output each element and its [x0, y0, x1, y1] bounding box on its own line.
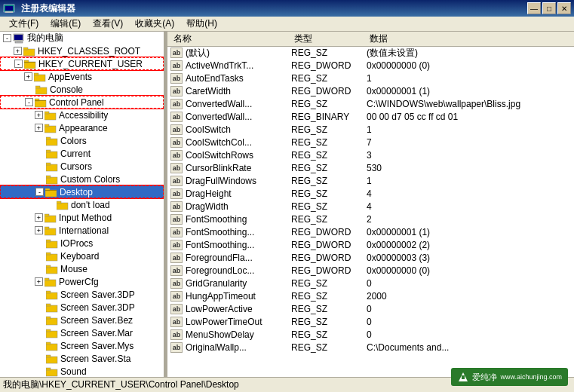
tree-item-desktop[interactable]: - Desktop: [0, 185, 164, 198]
table-row[interactable]: abCaretWidthREG_DWORD0x00000001 (1): [167, 85, 574, 98]
expand-icon[interactable]: +: [35, 213, 43, 222]
table-row[interactable]: abGridGranularityREG_SZ0: [167, 277, 574, 290]
expand-icon[interactable]: +: [35, 124, 43, 132]
folder-icon: [46, 161, 58, 172]
table-row[interactable]: abLowPowerActiveREG_SZ0: [167, 303, 574, 316]
maximize-button[interactable]: □: [542, 2, 556, 14]
tree-item-colors[interactable]: Colors: [0, 134, 164, 147]
tree-item-my-computer[interactable]: - 我的电脑: [0, 32, 164, 44]
table-row[interactable]: abForegroundLoc...REG_DWORD0x00000000 (0…: [167, 265, 574, 277]
tree-item-appearance[interactable]: + Appearance: [0, 121, 164, 134]
table-row[interactable]: abForegroundFla...REG_DWORD0x00000003 (3…: [167, 252, 574, 265]
tree-item-label: Colors: [60, 136, 87, 146]
svg-rect-9: [24, 62, 35, 69]
tree-item-screen-saver-mys[interactable]: Screen Saver.Mys: [0, 339, 164, 352]
svg-rect-27: [46, 164, 57, 171]
svg-rect-7: [23, 49, 35, 56]
tree-item-sound[interactable]: Sound: [0, 365, 164, 377]
svg-rect-13: [34, 73, 38, 75]
tree-item-input-method[interactable]: + Input Method: [0, 211, 164, 224]
table-row[interactable]: ab(默认)REG_SZ(数值未设置): [167, 47, 574, 60]
tree-item-appevents[interactable]: + AppEvents: [0, 70, 164, 83]
reg-value-icon: ab: [170, 124, 183, 135]
tree-item-screen-saver-bez[interactable]: Screen Saver.Bez: [0, 314, 164, 326]
table-row[interactable]: abFontSmoothingREG_SZ2: [167, 213, 574, 226]
table-row[interactable]: abFontSmoothing...REG_DWORD0x00000002 (2…: [167, 239, 574, 252]
tree-item-ioprocs[interactable]: IOProcs: [0, 237, 164, 250]
menu-item-e[interactable]: 编辑(E): [45, 16, 87, 32]
expand-icon[interactable]: +: [35, 226, 43, 234]
table-row[interactable]: abAutoEndTasksREG_SZ1: [167, 72, 574, 85]
tree-item-hkey-classes-root[interactable]: + HKEY_CLASSES_ROOT: [0, 44, 164, 57]
tree-item-screen-saver-3dp2[interactable]: Screen Saver.3DP: [0, 301, 164, 314]
collapse-icon[interactable]: -: [25, 98, 33, 106]
tree-item-keyboard[interactable]: Keyboard: [0, 250, 164, 262]
tree-item-control-panel[interactable]: - Control Panel: [0, 96, 164, 109]
reg-type-cell: REG_DWORD: [291, 265, 367, 276]
menu-item-f[interactable]: 文件(F): [3, 16, 45, 32]
reg-data-cell: 1: [367, 124, 571, 135]
tree-scroll[interactable]: - 我的电脑+ HKEY_CLASSES_ROOT- HKEY_CURRENT_…: [0, 32, 164, 377]
tree-item-accessibility[interactable]: + Accessibility: [0, 109, 164, 121]
svg-rect-36: [45, 216, 56, 222]
table-row[interactable]: abActiveWndTrkT...REG_DWORD0x00000000 (0…: [167, 60, 574, 72]
reg-data-cell: 0: [367, 304, 571, 314]
tree-item-screen-saver-mar[interactable]: Screen Saver.Mar: [0, 326, 164, 339]
close-button[interactable]: ✕: [557, 2, 571, 14]
expand-icon[interactable]: +: [24, 72, 32, 81]
tree-item-cursors[interactable]: Cursors: [0, 160, 164, 173]
reg-value-icon: ab: [170, 342, 183, 353]
table-row[interactable]: abLowPowerTimeOutREG_SZ0: [167, 316, 574, 329]
tree-item-console[interactable]: Console: [0, 83, 164, 96]
menu-item-h[interactable]: 帮助(H): [180, 16, 223, 32]
menu-item-v[interactable]: 查看(V): [87, 16, 129, 32]
reg-name-cell: ActiveWndTrkT...: [186, 60, 291, 71]
menu-item-a[interactable]: 收藏夹(A): [129, 16, 180, 32]
table-row[interactable]: abOriginalWallp...REG_SZC:\Documents and…: [167, 341, 574, 354]
reg-type-cell: REG_SZ: [291, 214, 367, 225]
title-left: 注册表编辑器: [3, 2, 75, 15]
table-row[interactable]: abFontSmoothing...REG_DWORD0x00000001 (1…: [167, 226, 574, 239]
folder-icon: [46, 264, 58, 274]
tree-item-mouse[interactable]: Mouse: [0, 262, 164, 275]
table-row[interactable]: abCoolSwitchCol...REG_SZ7: [167, 136, 574, 149]
table-row[interactable]: abCoolSwitchREG_SZ1: [167, 124, 574, 136]
registry-table[interactable]: ab(默认)REG_SZ(数值未设置)abActiveWndTrkT...REG…: [167, 47, 574, 377]
svg-rect-46: [45, 280, 56, 286]
reg-data-cell: 0: [367, 278, 571, 289]
svg-rect-18: [35, 100, 46, 101]
collapse-icon[interactable]: -: [14, 60, 23, 68]
folder-icon: [46, 341, 58, 351]
reg-value-icon: ab: [170, 73, 183, 84]
table-row[interactable]: abCoolSwitchRowsREG_SZ3: [167, 149, 574, 162]
table-row[interactable]: abCursorBlinkRateREG_SZ530: [167, 162, 574, 175]
reg-value-icon: ab: [170, 47, 183, 58]
tree-item-powercfg[interactable]: + PowerCfg: [0, 275, 164, 288]
table-row[interactable]: abMenuShowDelayREG_SZ0: [167, 329, 574, 341]
expand-icon[interactable]: +: [14, 47, 22, 55]
table-row[interactable]: abDragFullWindowsREG_SZ1: [167, 175, 574, 188]
tree-item-international[interactable]: + International: [0, 224, 164, 237]
table-row[interactable]: abConvertedWall...REG_BINARY00 00 d7 05 …: [167, 111, 574, 124]
reg-type-cell: REG_SZ: [291, 304, 367, 314]
tree-item-dont-load[interactable]: don't load: [0, 198, 164, 211]
tree-item-current[interactable]: Current: [0, 147, 164, 160]
table-row[interactable]: abDragWidthREG_SZ4: [167, 201, 574, 213]
collapse-icon[interactable]: -: [3, 34, 11, 42]
tree-item-screen-saver-3dp[interactable]: Screen Saver.3DP: [0, 288, 164, 301]
table-row[interactable]: abDragHeightREG_SZ4: [167, 188, 574, 201]
collapse-icon[interactable]: -: [35, 188, 44, 196]
table-row[interactable]: abConvertedWall...REG_SZC:\WINDOWS\web\w…: [167, 98, 574, 111]
tree-item-screen-saver-sta[interactable]: Screen Saver.Sta: [0, 352, 164, 365]
reg-name-cell: CursorBlinkRate: [186, 163, 291, 173]
minimize-button[interactable]: —: [527, 2, 541, 14]
table-row[interactable]: abHungAppTimeoutREG_SZ2000: [167, 290, 574, 303]
expand-icon[interactable]: +: [35, 111, 43, 119]
tree-item-hkey-current-user[interactable]: - HKEY_CURRENT_USER: [0, 57, 164, 70]
tree-item-label: Screen Saver.Bez: [60, 315, 133, 326]
svg-rect-26: [46, 150, 51, 152]
reg-value-icon: ab: [170, 265, 183, 276]
svg-rect-56: [46, 344, 57, 351]
tree-item-custom-colors[interactable]: Custom Colors: [0, 173, 164, 185]
expand-icon[interactable]: +: [35, 277, 43, 286]
